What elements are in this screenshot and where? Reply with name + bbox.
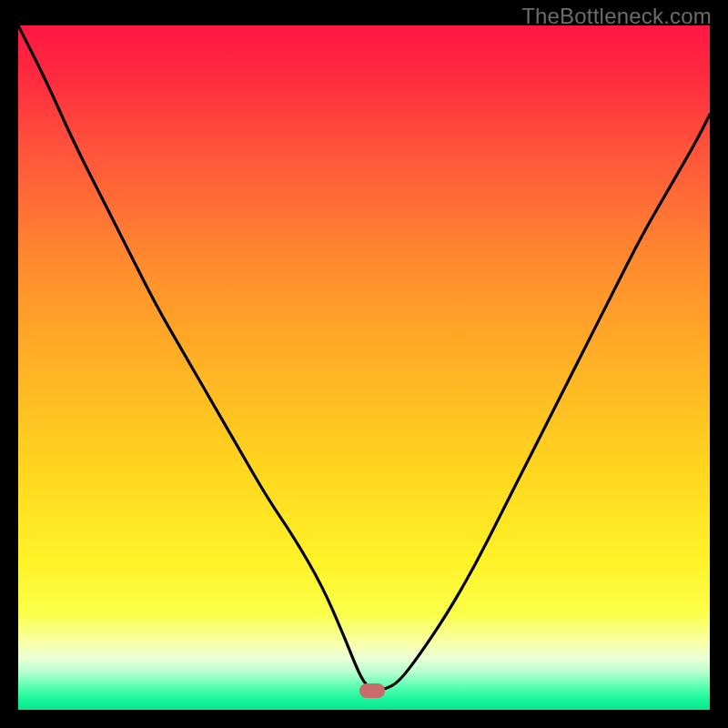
chart-frame: TheBottleneck.com <box>0 0 728 728</box>
optimal-point-marker <box>359 683 385 698</box>
bottleneck-curve <box>18 25 710 689</box>
plot-area <box>18 25 710 710</box>
curve-layer <box>18 25 710 710</box>
watermark-text: TheBottleneck.com <box>521 4 712 29</box>
